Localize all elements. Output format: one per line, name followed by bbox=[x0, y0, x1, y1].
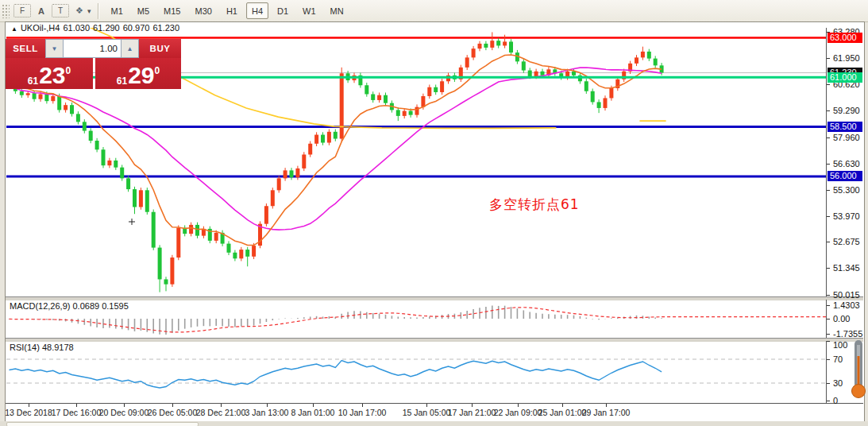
buy-price-int: 61 bbox=[117, 76, 127, 87]
price-tick-label: 52.675 bbox=[833, 237, 860, 247]
chevron-down-icon[interactable]: ▾ bbox=[87, 7, 91, 15]
macd-axis: 1.43030.00-1.7355 bbox=[826, 300, 864, 338]
price-tick-label: 51.345 bbox=[833, 263, 860, 273]
volume-input[interactable] bbox=[64, 39, 121, 58]
macd-chart[interactable] bbox=[6, 300, 826, 338]
timeframe-button-mn[interactable]: MN bbox=[325, 2, 349, 19]
symbol-marker-icon: ▲ bbox=[11, 25, 17, 33]
volume-decrease-button[interactable]: ▼ bbox=[45, 39, 64, 58]
price-tick-label: 57.960 bbox=[833, 133, 860, 143]
price-tick-label: 55.300 bbox=[833, 185, 860, 196]
time-tick-label: 25 Jan 01:00 bbox=[538, 408, 587, 417]
time-tick-mark bbox=[518, 404, 519, 407]
timeframe-group: M1M5M15M30H1H4D1W1MN bbox=[104, 2, 351, 19]
symbol-label: UKOil-,H4 bbox=[21, 23, 60, 33]
price-tick-mark bbox=[827, 216, 830, 217]
time-tick-mark bbox=[472, 404, 473, 407]
price-tick-label: 56.630 bbox=[833, 159, 860, 169]
rsi-tick-mark bbox=[827, 383, 830, 384]
ohlc-low: 60.970 bbox=[123, 23, 150, 33]
trading-app: F A T ❖ ▾ M1M5M15M30H1H4D1W1MN ▲UKOil-,H… bbox=[0, 0, 868, 426]
time-axis[interactable]: 13 Dec 201817 Dec 16:0020 Dec 09:0026 De… bbox=[6, 404, 826, 421]
price-axis[interactable]: 63.28061.95060.62059.29057.96056.63055.3… bbox=[826, 28, 864, 296]
price-badge-61.000: 61.000 bbox=[827, 72, 862, 83]
macd-label: MACD(12,26,9) 0.0689 0.1595 bbox=[10, 301, 129, 311]
price-tick-mark bbox=[827, 58, 830, 59]
ohlc-open: 61.030 bbox=[63, 23, 90, 33]
toolbar-separator bbox=[98, 3, 99, 19]
time-tick-mark bbox=[267, 404, 268, 407]
timeframe-button-m15[interactable]: M15 bbox=[158, 2, 186, 19]
price-tick-mark bbox=[827, 295, 830, 296]
price-tick-mark bbox=[827, 190, 830, 191]
time-tick-label: 13 Dec 2018 bbox=[5, 408, 52, 417]
time-tick-label: 10 Jan 17:00 bbox=[338, 408, 387, 417]
time-tick-label: 20 Dec 09:00 bbox=[99, 408, 149, 417]
timeframe-button-h4[interactable]: H4 bbox=[246, 2, 268, 19]
timeframe-button-w1[interactable]: W1 bbox=[297, 2, 322, 19]
time-tick-label: 26 Dec 05:00 bbox=[148, 408, 197, 417]
chart-title: ▲UKOil-,H461.03061.29060.97061.230 bbox=[11, 23, 183, 33]
price-tick-mark bbox=[827, 137, 830, 138]
rsi-tick-mark bbox=[827, 341, 830, 342]
objects-icon[interactable]: ❖ bbox=[71, 2, 88, 20]
time-tick-label: 28 Dec 21:00 bbox=[196, 408, 245, 417]
price-tick-mark bbox=[827, 164, 830, 165]
price-tick-mark bbox=[827, 242, 830, 242]
text-box-icon[interactable]: T bbox=[52, 4, 69, 17]
timeframe-button-h1[interactable]: H1 bbox=[221, 2, 243, 19]
templates-icon[interactable]: F bbox=[14, 4, 31, 17]
sell-price-pips: 23 bbox=[39, 64, 65, 87]
rsi-tick-label: 100 bbox=[833, 340, 847, 350]
time-tick-label: 17 Dec 16:00 bbox=[52, 408, 101, 417]
macd-tick-mark bbox=[827, 319, 830, 320]
sell-price-point: 0 bbox=[66, 66, 71, 76]
ohlc-close: 61.230 bbox=[152, 23, 179, 33]
price-tick-label: 53.970 bbox=[833, 211, 860, 222]
timeframe-button-m5[interactable]: M5 bbox=[132, 2, 155, 19]
macd-tick-label: 1.4303 bbox=[833, 300, 860, 311]
toolbar: F A T ❖ ▾ M1M5M15M30H1H4D1W1MN bbox=[0, 0, 868, 22]
sell-price-tile[interactable]: 61 23 0 bbox=[6, 58, 93, 89]
time-tick-label: 17 Jan 21:00 bbox=[448, 408, 496, 417]
time-tick-mark bbox=[221, 404, 222, 407]
timeframe-button-d1[interactable]: D1 bbox=[272, 2, 294, 19]
timeframe-button-m1[interactable]: M1 bbox=[106, 2, 129, 19]
buy-price-point: 0 bbox=[155, 66, 160, 76]
timeframe-button-m30[interactable]: M30 bbox=[190, 2, 218, 19]
one-click-trade-panel: SELL ▼ ▲ BUY 61 23 0 61 29 0 bbox=[6, 39, 181, 89]
rsi-chart[interactable] bbox=[6, 341, 826, 403]
volume-increase-button[interactable]: ▲ bbox=[121, 39, 139, 58]
buy-price-tile[interactable]: 61 29 0 bbox=[95, 58, 181, 89]
time-tick-label: 15 Jan 05:00 bbox=[403, 408, 451, 417]
time-tick-mark bbox=[426, 404, 427, 407]
price-tick-mark bbox=[827, 268, 830, 269]
time-tick-mark bbox=[29, 404, 29, 407]
rsi-tick-label: 70 bbox=[833, 354, 843, 365]
sell-button[interactable]: SELL bbox=[6, 39, 45, 58]
time-tick-mark bbox=[362, 404, 363, 407]
rsi-tick-mark bbox=[827, 359, 830, 360]
price-tick-mark bbox=[827, 84, 830, 85]
time-tick-label: 3 Jan 13:00 bbox=[245, 408, 289, 417]
price-tick-mark bbox=[827, 110, 830, 111]
sell-price-int: 61 bbox=[28, 76, 38, 87]
rsi-tick-label: 0 bbox=[833, 396, 838, 406]
price-badge-56.000: 56.000 bbox=[827, 171, 862, 181]
time-tick-label: 8 Jan 01:00 bbox=[291, 408, 335, 417]
macd-tick-mark bbox=[827, 334, 830, 335]
text-label-icon[interactable]: A bbox=[33, 2, 50, 20]
macd-tick-mark bbox=[827, 305, 830, 306]
time-tick-mark bbox=[76, 404, 77, 407]
time-tick-mark bbox=[124, 404, 125, 407]
price-badge-58.500: 58.500 bbox=[827, 122, 862, 132]
time-tick-label: 29 Jan 17:00 bbox=[582, 408, 631, 417]
horizontal-scrollbar[interactable] bbox=[0, 421, 868, 426]
buy-price-pips: 29 bbox=[128, 64, 154, 87]
rsi-label: RSI(14) 48.9178 bbox=[10, 343, 74, 352]
scrollbar-thumb[interactable] bbox=[6, 422, 199, 426]
thermometer-icon bbox=[848, 339, 868, 401]
buy-button[interactable]: BUY bbox=[139, 39, 181, 58]
price-tick-label: 61.950 bbox=[833, 53, 860, 64]
toolbar-grip[interactable] bbox=[2, 4, 10, 18]
